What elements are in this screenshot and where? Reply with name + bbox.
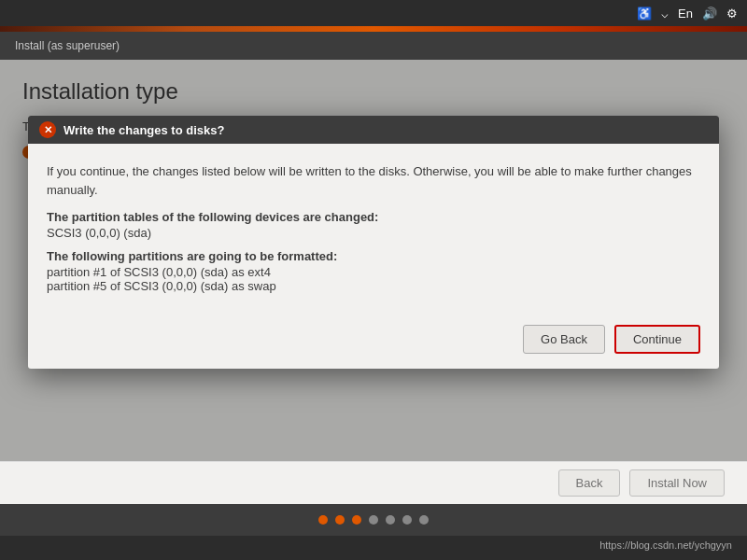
- lang-indicator: En: [678, 7, 693, 21]
- system-bar: ♿ ⌵ En 🔊 ⚙: [0, 0, 747, 26]
- dot-5: [386, 515, 395, 525]
- dialog-title: Write the changes to disks?: [63, 123, 224, 137]
- pagination-dots: [0, 504, 747, 536]
- dot-4: [369, 515, 378, 525]
- window-title: Install (as superuser): [15, 39, 120, 52]
- dialog-section2-title: The following partitions are going to be…: [47, 249, 700, 263]
- dialog-buttons: Go Back Continue: [28, 317, 719, 369]
- dot-7: [419, 515, 429, 525]
- dialog-section1-title: The partition tables of the following de…: [47, 210, 700, 224]
- dialog-section-1: The partition tables of the following de…: [47, 210, 700, 240]
- dialog-body: If you continue, the changes listed belo…: [28, 144, 719, 317]
- dialog-section-2: The following partitions are going to be…: [47, 249, 700, 293]
- continue-button[interactable]: Continue: [614, 325, 700, 354]
- install-now-button[interactable]: Install Now: [629, 469, 725, 497]
- dot-3: [352, 515, 361, 525]
- accessibility-icon: ♿: [637, 7, 652, 21]
- footer-url: https://blog.csdn.net/ychgyyn: [599, 539, 732, 551]
- dialog-close-icon[interactable]: ✕: [39, 121, 56, 138]
- go-back-button[interactable]: Go Back: [523, 325, 605, 354]
- settings-icon: ⚙: [726, 7, 738, 21]
- dialog-body-text: If you continue, the changes listed belo…: [47, 162, 700, 199]
- dialog-overlay: ✕ Write the changes to disks? If you con…: [0, 60, 747, 461]
- dialog-section1-item: SCSI3 (0,0,0) (sda): [47, 226, 700, 240]
- title-bar: Install (as superuser): [0, 32, 747, 60]
- dialog-section2-item1: partition #1 of SCSI3 (0,0,0) (sda) as e…: [47, 265, 700, 279]
- footer: https://blog.csdn.net/ychgyyn: [0, 536, 747, 554]
- bottom-nav: Back Install Now: [0, 461, 747, 504]
- page-content: Installation type This computer currentl…: [0, 60, 747, 461]
- dot-1: [318, 515, 328, 525]
- dialog-title-bar: ✕ Write the changes to disks?: [28, 116, 719, 144]
- back-button[interactable]: Back: [558, 469, 621, 497]
- installer-window: Install (as superuser) Installation type…: [0, 26, 747, 560]
- write-changes-dialog: ✕ Write the changes to disks? If you con…: [28, 116, 719, 369]
- dot-2: [335, 515, 345, 525]
- dot-6: [402, 515, 412, 525]
- network-icon: ⌵: [661, 7, 669, 21]
- volume-icon: 🔊: [702, 7, 717, 21]
- dialog-section2-item2: partition #5 of SCSI3 (0,0,0) (sda) as s…: [47, 279, 700, 293]
